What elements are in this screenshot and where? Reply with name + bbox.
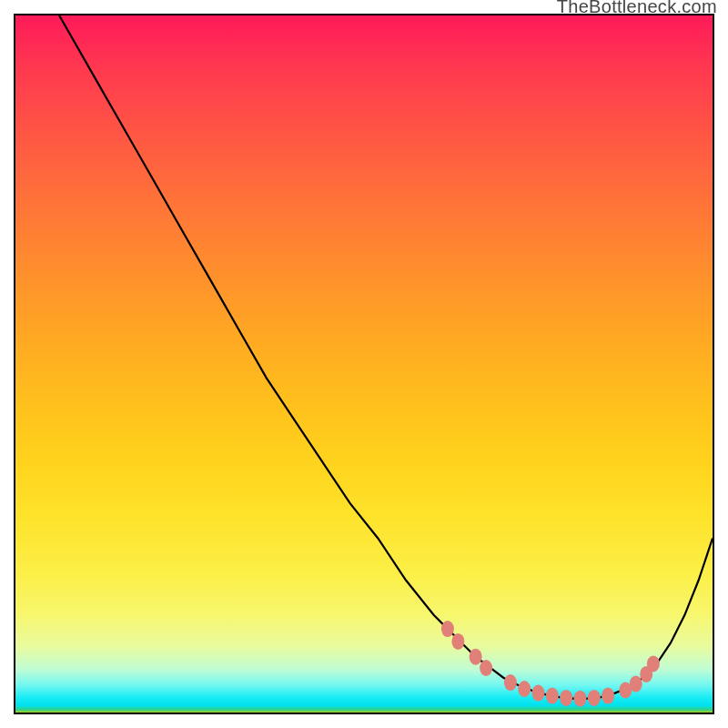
marker-point bbox=[441, 621, 454, 637]
marker-point bbox=[602, 688, 614, 704]
plot-area bbox=[14, 14, 714, 714]
marker-point bbox=[560, 690, 572, 706]
chart-svg bbox=[15, 15, 713, 713]
marker-point bbox=[647, 655, 660, 672]
highlight-markers bbox=[441, 621, 660, 707]
marker-point bbox=[504, 674, 517, 691]
marker-point bbox=[480, 660, 492, 676]
marker-point bbox=[470, 649, 482, 665]
chart-container: TheBottleneck.com bbox=[0, 0, 728, 728]
marker-point bbox=[630, 676, 642, 693]
marker-point bbox=[546, 688, 559, 704]
marker-point bbox=[532, 685, 545, 702]
marker-point bbox=[518, 681, 531, 697]
marker-point bbox=[574, 691, 587, 707]
marker-point bbox=[451, 633, 464, 650]
curve-line bbox=[15, 15, 713, 699]
marker-point bbox=[588, 690, 601, 706]
